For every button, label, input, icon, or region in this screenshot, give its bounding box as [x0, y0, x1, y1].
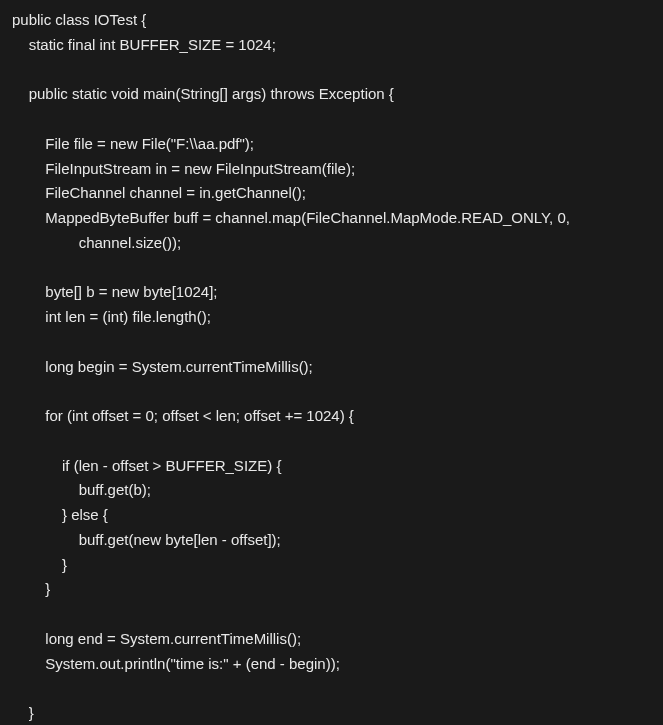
- code-block: public class IOTest { static final int B…: [0, 0, 663, 725]
